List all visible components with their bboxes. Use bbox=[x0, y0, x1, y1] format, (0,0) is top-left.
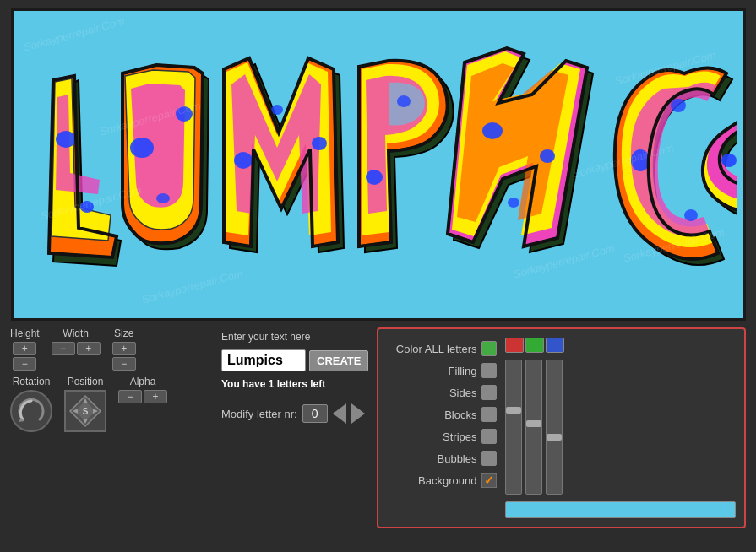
green-channel-btn[interactable] bbox=[525, 338, 544, 353]
canvas-area: Sorkayperrepair.Com Sorkayperrepair.Com … bbox=[11, 8, 746, 321]
width-increase-btn[interactable]: + bbox=[77, 342, 101, 355]
width-control: Width − + bbox=[52, 327, 101, 355]
svg-point-9 bbox=[397, 95, 411, 107]
width-stepper: − + bbox=[52, 342, 101, 355]
position-compass-svg: S bbox=[68, 394, 102, 428]
svg-point-14 bbox=[671, 99, 686, 112]
position-label: Position bbox=[68, 376, 104, 387]
rotation-arc-svg bbox=[16, 396, 46, 426]
svg-text:S: S bbox=[83, 407, 89, 416]
color-preview-bar[interactable] bbox=[505, 501, 736, 518]
left-controls: Height + − Width − + Size bbox=[10, 327, 213, 432]
svg-point-6 bbox=[312, 137, 327, 150]
svg-point-4 bbox=[156, 193, 170, 203]
rotation-control: Rotation bbox=[10, 376, 52, 432]
controls-area: Height + − Width − + Size bbox=[0, 321, 756, 552]
blocks-row: Blocks bbox=[387, 403, 497, 425]
vertical-sliders bbox=[505, 360, 736, 495]
width-decrease-btn[interactable]: − bbox=[52, 342, 75, 355]
svg-point-11 bbox=[540, 149, 555, 163]
middle-controls: Enter your text here CREATE You have 1 l… bbox=[221, 327, 368, 424]
slider-col-3 bbox=[546, 360, 563, 495]
stripes-label: Stripes bbox=[443, 430, 476, 443]
graffiti-text-input[interactable] bbox=[221, 349, 306, 371]
bubbles-row: Bubbles bbox=[387, 447, 497, 469]
slider-track-3[interactable] bbox=[546, 360, 563, 495]
size-control: Size + − bbox=[112, 327, 136, 371]
svg-point-0 bbox=[56, 131, 76, 148]
svg-point-10 bbox=[482, 122, 503, 139]
height-stepper: + − bbox=[13, 342, 36, 371]
alpha-control: Alpha − + bbox=[118, 376, 167, 403]
checkmark-icon: ✓ bbox=[481, 473, 497, 488]
letters-left-post: letters left bbox=[274, 378, 325, 390]
size-increase-btn[interactable]: + bbox=[112, 342, 136, 355]
alpha-label: Alpha bbox=[130, 376, 156, 387]
modify-next-arrow[interactable] bbox=[351, 403, 365, 424]
blocks-swatch[interactable] bbox=[481, 407, 497, 422]
svg-text:✓: ✓ bbox=[484, 474, 494, 487]
bubbles-swatch[interactable] bbox=[481, 451, 497, 466]
svg-point-8 bbox=[366, 170, 383, 185]
width-label: Width bbox=[63, 327, 89, 339]
slider-col-2 bbox=[525, 360, 542, 495]
modify-letter-input[interactable] bbox=[302, 404, 328, 423]
blue-channel-btn[interactable] bbox=[546, 338, 564, 353]
letters-left-text: You have 1 letters left bbox=[221, 378, 368, 390]
bubbles-label: Bubbles bbox=[438, 452, 477, 465]
position-control: Position S bbox=[64, 376, 106, 432]
text-input-row: CREATE bbox=[221, 349, 368, 371]
stripes-row: Stripes bbox=[387, 425, 497, 447]
sides-label: Sides bbox=[449, 387, 477, 399]
sliders-area bbox=[505, 338, 736, 518]
modify-label: Modify letter nr: bbox=[221, 408, 297, 420]
text-input-label: Enter your text here bbox=[221, 331, 368, 343]
svg-point-15 bbox=[684, 209, 698, 221]
modify-prev-arrow[interactable] bbox=[333, 403, 346, 424]
top-controls-row: Height + − Width − + Size bbox=[10, 327, 213, 371]
height-increase-btn[interactable]: + bbox=[13, 342, 36, 355]
filling-swatch[interactable] bbox=[481, 363, 497, 378]
color-panel: Color ALL letters Filling Sides Blocks bbox=[377, 327, 746, 528]
svg-point-17 bbox=[721, 154, 737, 167]
color-all-swatch[interactable] bbox=[481, 341, 497, 356]
rotation-label: Rotation bbox=[13, 376, 51, 387]
modify-row: Modify letter nr: bbox=[221, 403, 368, 424]
alpha-decrease-btn[interactable]: − bbox=[118, 390, 142, 403]
size-stepper: + − bbox=[112, 342, 136, 371]
blocks-label: Blocks bbox=[444, 409, 476, 421]
svg-point-5 bbox=[234, 152, 253, 169]
height-decrease-btn[interactable]: − bbox=[13, 357, 36, 371]
svg-point-2 bbox=[130, 138, 154, 158]
stripes-swatch[interactable] bbox=[481, 429, 497, 444]
filling-row: Filling bbox=[387, 360, 497, 382]
size-label: Size bbox=[114, 327, 133, 339]
rotation-widget[interactable] bbox=[10, 390, 52, 432]
svg-point-12 bbox=[508, 198, 519, 208]
letters-left-pre: You have bbox=[221, 378, 269, 390]
size-decrease-btn[interactable]: − bbox=[112, 357, 136, 371]
background-check[interactable]: ✓ bbox=[481, 473, 497, 488]
svg-point-3 bbox=[176, 106, 193, 122]
slider-track-1[interactable] bbox=[505, 360, 522, 495]
red-channel-btn[interactable] bbox=[505, 338, 524, 353]
slider-track-2[interactable] bbox=[525, 360, 542, 495]
height-label: Height bbox=[10, 327, 40, 339]
slider-col-1 bbox=[505, 360, 522, 495]
alpha-stepper: − + bbox=[118, 390, 167, 403]
height-control: Height + − bbox=[10, 327, 40, 371]
color-all-label: Color ALL letters bbox=[396, 343, 477, 355]
background-label: Background bbox=[418, 474, 476, 487]
color-all-row: Color ALL letters bbox=[387, 338, 497, 360]
filling-label: Filling bbox=[449, 365, 477, 377]
svg-point-1 bbox=[80, 201, 94, 213]
svg-point-13 bbox=[631, 149, 650, 171]
position-widget[interactable]: S bbox=[64, 390, 106, 432]
sides-swatch[interactable] bbox=[481, 385, 497, 400]
svg-point-7 bbox=[271, 105, 283, 115]
rgb-header bbox=[505, 338, 736, 353]
app-container: Sorkayperrepair.Com Sorkayperrepair.Com … bbox=[0, 0, 756, 552]
alpha-increase-btn[interactable]: + bbox=[144, 390, 167, 403]
graffiti-svg bbox=[19, 21, 737, 308]
create-button[interactable]: CREATE bbox=[309, 350, 368, 371]
